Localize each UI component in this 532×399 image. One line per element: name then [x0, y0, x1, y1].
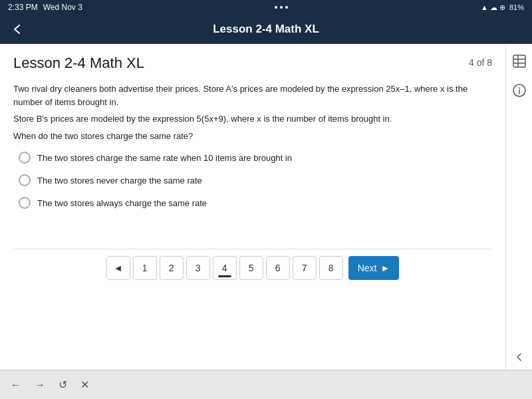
main-area: Lesson 2-4 Math XL 4 of 8 Two rival dry … — [0, 44, 532, 370]
status-left: 2:33 PM Wed Nov 3 — [8, 3, 82, 12]
page-4-button[interactable]: 4 — [213, 256, 237, 280]
prev-page-button[interactable]: ◄ — [106, 256, 130, 280]
page-1-button[interactable]: 1 — [133, 256, 157, 280]
collapse-icon[interactable] — [514, 352, 525, 364]
radio-1[interactable] — [19, 152, 31, 164]
toolbar-close-icon[interactable]: ✕ — [80, 378, 89, 391]
dot2 — [280, 6, 283, 9]
option-text-3: The two stores always charge the same ra… — [37, 198, 207, 208]
next-label: Next — [358, 263, 377, 273]
battery-level: 81% — [509, 3, 524, 11]
question-line1: Two rival dry cleaners both advertise th… — [13, 82, 492, 108]
page-count: 4 of 8 — [469, 57, 492, 68]
toolbar-refresh-icon[interactable]: ↺ — [59, 378, 67, 391]
bottom-toolbar: ← → ↺ ✕ — [0, 370, 532, 399]
content-area: Lesson 2-4 Math XL 4 of 8 Two rival dry … — [0, 44, 505, 370]
nav-title: Lesson 2-4 Math XL — [213, 23, 319, 36]
table-icon[interactable] — [510, 52, 529, 70]
status-right: ▲ ☁ ⊕ 81% — [481, 3, 524, 12]
answer-options: The two stores charge the same rate when… — [19, 152, 492, 209]
dot3 — [285, 6, 288, 9]
page-header: Lesson 2-4 Math XL 4 of 8 — [13, 55, 492, 72]
page-7-button[interactable]: 7 — [293, 256, 317, 280]
answer-option-2[interactable]: The two stores never charge the same rat… — [19, 174, 492, 186]
radio-2[interactable] — [19, 174, 31, 186]
status-bar: 2:33 PM Wed Nov 3 ▲ ☁ ⊕ 81% — [0, 0, 532, 15]
page-8-button[interactable]: 8 — [319, 256, 343, 280]
answer-option-3[interactable]: The two stores always charge the same ra… — [19, 197, 492, 209]
page-5-button[interactable]: 5 — [239, 256, 263, 280]
back-button[interactable] — [11, 23, 24, 36]
lesson-title: Lesson 2-4 Math XL — [13, 55, 144, 72]
page-6-button[interactable]: 6 — [266, 256, 290, 280]
status-day: Wed Nov 3 — [43, 3, 82, 12]
option-text-2: The two stores never charge the same rat… — [37, 176, 202, 186]
pagination-bar: ◄ 1 2 3 4 5 6 7 8 Next ► — [13, 249, 492, 287]
next-button[interactable]: Next ► — [348, 256, 400, 280]
question-block: Two rival dry cleaners both advertise th… — [13, 82, 492, 142]
next-arrow-icon: ► — [380, 263, 390, 273]
svg-point-5 — [519, 88, 520, 89]
page-2-button[interactable]: 2 — [160, 256, 184, 280]
toolbar-forward-icon[interactable]: → — [35, 379, 45, 391]
right-sidebar — [505, 44, 532, 370]
nav-bar: Lesson 2-4 Math XL — [0, 15, 532, 44]
wifi-icon: ▲ ☁ ⊕ — [481, 3, 505, 12]
dot1 — [275, 6, 277, 9]
status-center — [275, 6, 288, 9]
toolbar-back-icon[interactable]: ← — [11, 379, 21, 391]
option-text-1: The two stores charge the same rate when… — [37, 153, 292, 163]
answer-option-1[interactable]: The two stores charge the same rate when… — [19, 152, 492, 164]
question-prompt: When do the two stores charge the same r… — [13, 130, 492, 143]
svg-rect-0 — [513, 55, 525, 67]
info-icon[interactable] — [510, 81, 529, 100]
question-line2: Store B's prices are modeled by the expr… — [13, 112, 492, 126]
status-time: 2:33 PM — [8, 3, 38, 12]
radio-3[interactable] — [19, 197, 31, 209]
page-3-button[interactable]: 3 — [186, 256, 210, 280]
